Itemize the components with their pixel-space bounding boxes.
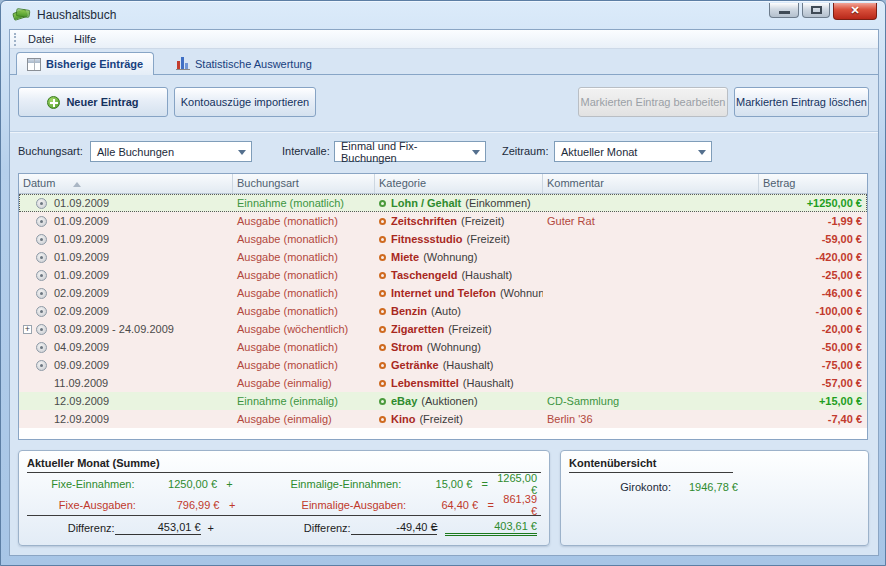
entry-category: Zeitschriften (391, 215, 457, 227)
category-bullet-icon (379, 218, 386, 225)
plus-operator: + (219, 499, 244, 511)
entry-category: Taschengeld (391, 269, 457, 281)
delete-selected-button[interactable]: Markierten Eintrag löschen (734, 87, 869, 117)
column-header-betrag[interactable]: Betrag (759, 174, 867, 193)
entry-amount: -420,00 € (759, 251, 867, 263)
entry-booking-type: Ausgabe (monatlich) (233, 359, 375, 371)
edit-label: Markierten Eintrag bearbeiten (581, 96, 726, 108)
interval-select[interactable]: Einmal und Fix-Buchungen (334, 141, 486, 162)
fixed-income-value: 1250,00 € (134, 478, 217, 490)
period-label: Zeitraum: (502, 145, 548, 157)
recurring-clock-icon (36, 360, 47, 371)
table-row[interactable]: + 12.09.2009 Ausgabe (einmalig) Kino (Fr… (19, 410, 867, 428)
entry-date: 11.09.2009 (54, 377, 108, 389)
table-row[interactable]: + 01.09.2009 Ausgabe (monatlich) Fitness… (19, 230, 867, 248)
recurring-clock-icon (36, 342, 47, 353)
close-button[interactable]: ✕ (833, 3, 877, 20)
category-bullet-icon (379, 326, 386, 333)
entry-category-group: (Haushalt) (443, 359, 494, 371)
interval-label: Intervalle: (282, 145, 330, 157)
column-header-buchungsart[interactable]: Buchungsart (233, 174, 375, 193)
entry-category: Fitnessstudio (391, 233, 463, 245)
diff-fixed-value: 453,01 € (115, 521, 201, 535)
entry-category: Zigaretten (391, 323, 444, 335)
menu-hilfe[interactable]: Hilfe (68, 33, 102, 45)
diff-label: Differenz: (27, 522, 115, 534)
period-select[interactable]: Aktueller Monat (554, 141, 712, 162)
category-bullet-icon (379, 290, 386, 297)
diff-total: 403,61 € (445, 520, 537, 536)
client-area: Datei Hilfe Bisherige Einträge Statistis… (9, 29, 879, 556)
table-row[interactable]: + 01.09.2009 Ausgabe (monatlich) Miete (… (19, 248, 867, 266)
entry-date: 03.09.2009 - 24.09.2009 (54, 323, 174, 335)
entry-booking-type: Ausgabe (einmalig) (233, 413, 375, 425)
minimize-icon (779, 11, 790, 14)
tab-bisherige-eintraege[interactable]: Bisherige Einträge (16, 52, 154, 75)
entry-booking-type: Einnahme (einmalig) (233, 395, 375, 407)
entry-booking-type: Ausgabe (monatlich) (233, 341, 375, 353)
entry-comment: CD-Sammlung (543, 395, 759, 407)
income-summary-row: Fixe-Einnahmen: 1250,00 € + Einmalige-Ei… (27, 473, 541, 494)
new-entry-button[interactable]: Neuer Eintrag (18, 87, 168, 117)
table-row[interactable]: + 11.09.2009 Ausgabe (einmalig) Lebensmi… (19, 374, 867, 392)
entry-category: Benzin (391, 305, 427, 317)
table-row[interactable]: + 02.09.2009 Ausgabe (monatlich) Benzin … (19, 302, 867, 320)
entry-category-group: (Haushalt) (463, 377, 514, 389)
maximize-button[interactable] (802, 3, 830, 18)
table-row[interactable]: + 12.09.2009 Einnahme (einmalig) eBay (A… (19, 392, 867, 410)
column-header-kommentar[interactable]: Kommentar (543, 174, 759, 193)
entry-category-group: (Wohnung) (427, 341, 481, 353)
entry-amount: -50,00 € (759, 341, 867, 353)
entry-category-group: (Freizeit) (461, 215, 504, 227)
expand-icon[interactable]: + (23, 325, 32, 334)
entry-amount: +15,00 € (759, 395, 867, 407)
booking-type-select[interactable]: Alle Buchungen (90, 141, 252, 162)
recurring-clock-icon (36, 324, 47, 335)
category-bullet-icon (379, 308, 386, 315)
interval-value: Einmal und Fix-Buchungen (341, 140, 465, 164)
minimize-button[interactable] (769, 3, 799, 18)
account-balance: 1946,78 € (689, 481, 738, 493)
table-row[interactable]: + 09.09.2009 Ausgabe (monatlich) Getränk… (19, 356, 867, 374)
table-row[interactable]: + 01.09.2009 Ausgabe (monatlich) Zeitsch… (19, 212, 867, 230)
category-bullet-icon (379, 398, 386, 405)
recurring-clock-icon (36, 288, 47, 299)
entry-date: 02.09.2009 (54, 287, 109, 299)
booking-type-value: Alle Buchungen (97, 146, 174, 158)
entry-amount: -20,00 € (759, 323, 867, 335)
entries-page: Neuer Eintrag Kontoauszüge importieren M… (10, 75, 878, 555)
diff-label-2: Differenz: (221, 522, 351, 534)
recurring-clock-icon (36, 306, 47, 317)
entry-amount: +1250,00 € (759, 197, 867, 209)
entry-date: 02.09.2009 (54, 305, 109, 317)
entry-category: Getränke (391, 359, 439, 371)
sort-ascending-icon (73, 182, 81, 187)
tab-label: Statistische Auswertung (195, 58, 312, 70)
entry-category-group: (Auktionen) (421, 395, 477, 407)
category-bullet-icon (379, 344, 386, 351)
fixed-expense-label: Fixe-Ausgaben: (27, 499, 136, 511)
table-row[interactable]: + 02.09.2009 Ausgabe (monatlich) Interne… (19, 284, 867, 302)
entry-amount: -59,00 € (759, 233, 867, 245)
tab-statistische-auswertung[interactable]: Statistische Auswertung (166, 52, 322, 75)
chevron-down-icon (472, 150, 480, 155)
table-row[interactable]: + 01.09.2009 Einnahme (monatlich) Lohn /… (19, 194, 867, 212)
entry-booking-type: Einnahme (monatlich) (233, 197, 375, 209)
entry-amount: -57,00 € (759, 377, 867, 389)
entry-comment: Guter Rat (543, 215, 759, 227)
entry-category-group: (Freizeit) (448, 323, 491, 335)
filter-bar: Buchungsart: Alle Buchungen Intervalle: … (10, 139, 878, 167)
entry-category-group: (Wohnun (500, 287, 543, 299)
entry-amount: -7,40 € (759, 413, 867, 425)
import-statements-button[interactable]: Kontoauszüge importieren (174, 87, 316, 117)
column-header-kategorie[interactable]: Kategorie (375, 174, 543, 193)
table-row[interactable]: + 01.09.2009 Ausgabe (monatlich) Taschen… (19, 266, 867, 284)
table-row[interactable]: + 03.09.2009 - 24.09.2009 Ausgabe (wöche… (19, 320, 867, 338)
difference-summary-row: Differenz: 453,01 € + Differenz: -49,40 … (27, 515, 541, 539)
title-bar[interactable]: Haushaltsbuch ✕ (1, 1, 885, 29)
table-row[interactable]: + 04.09.2009 Ausgabe (monatlich) Strom (… (19, 338, 867, 356)
column-header-datum[interactable]: Datum (19, 174, 233, 193)
entry-amount: -75,00 € (759, 359, 867, 371)
menu-datei[interactable]: Datei (22, 33, 60, 45)
entry-booking-type: Ausgabe (monatlich) (233, 287, 375, 299)
